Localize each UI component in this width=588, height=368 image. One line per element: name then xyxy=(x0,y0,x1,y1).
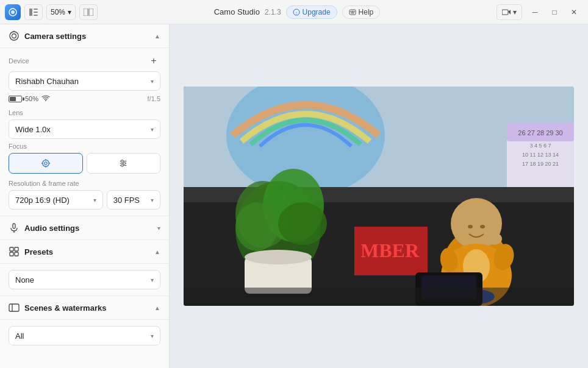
camera-feed: 26 27 28 29 30 3 4 5 6 7 10 11 12 13 14 … xyxy=(184,87,574,306)
svg-rect-72 xyxy=(184,288,574,306)
minimize-button[interactable]: ─ xyxy=(526,4,544,20)
zoom-value: 50% xyxy=(51,8,65,16)
camera-settings-chevron: ▲ xyxy=(154,33,160,40)
camera-preview-area: 26 27 28 29 30 3 4 5 6 7 10 11 12 13 14 … xyxy=(170,24,588,368)
presets-value: None xyxy=(15,275,34,285)
keyboard-icon xyxy=(349,9,356,16)
restore-button[interactable]: □ xyxy=(545,4,564,20)
upgrade-label: Upgrade xyxy=(303,8,331,16)
svg-text:10 11 12 13 14: 10 11 12 13 14 xyxy=(522,152,559,158)
svg-rect-38 xyxy=(9,304,19,311)
presets-dropdown[interactable]: None ▾ xyxy=(9,270,160,289)
lens-dropdown-arrow: ▾ xyxy=(151,126,154,133)
device-row: Device + xyxy=(9,54,160,68)
camera-settings-header[interactable]: Camera settings ▲ xyxy=(0,24,169,48)
help-label: Help xyxy=(359,8,374,16)
audio-settings-icon xyxy=(9,222,20,233)
window-controls: ─ □ ✕ xyxy=(526,4,583,20)
svg-rect-34 xyxy=(10,247,13,251)
lens-dropdown[interactable]: Wide 1.0x ▾ xyxy=(9,119,160,139)
scenes-header[interactable]: Scenes & watermarks ▲ xyxy=(0,296,169,320)
camera-preview: 26 27 28 29 30 3 4 5 6 7 10 11 12 13 14 … xyxy=(184,87,574,306)
camera-settings-title: Camera settings xyxy=(24,32,154,41)
device-label: Device xyxy=(9,57,29,65)
svg-rect-4 xyxy=(34,12,38,13)
zoom-control[interactable]: 50% ▾ xyxy=(46,4,76,20)
svg-point-17 xyxy=(10,32,18,40)
camera-source-button[interactable]: ▾ xyxy=(497,4,522,20)
titlebar: 50% ▾ Camo Studio 2.1.3 ↑ Upgrade xyxy=(0,0,588,24)
svg-point-68 xyxy=(487,233,502,245)
svg-point-53 xyxy=(235,202,278,251)
resolution-value: 720p 16:9 (HD) xyxy=(15,196,70,205)
scenes-body: All ▾ xyxy=(0,320,169,352)
layout-toggle-button[interactable] xyxy=(79,4,98,20)
focus-auto-button[interactable] xyxy=(9,153,83,174)
fps-dropdown[interactable]: 30 FPS ▾ xyxy=(107,190,160,210)
svg-point-30 xyxy=(123,162,126,165)
svg-rect-35 xyxy=(15,247,18,251)
svg-rect-3 xyxy=(34,9,38,10)
presets-title: Presets xyxy=(24,247,154,257)
presets-dropdown-arrow: ▾ xyxy=(151,277,154,283)
svg-rect-15 xyxy=(502,10,508,15)
battery-wifi-status: 50% xyxy=(9,94,50,103)
upgrade-button[interactable]: ↑ Upgrade xyxy=(286,5,337,19)
svg-rect-13 xyxy=(353,11,354,12)
focus-label: Focus xyxy=(9,143,160,150)
audio-settings-title: Audio settings xyxy=(24,224,157,233)
scenes-icon xyxy=(9,302,20,313)
camera-settings-icon xyxy=(9,30,20,41)
svg-rect-14 xyxy=(351,12,354,13)
svg-rect-11 xyxy=(350,11,351,12)
svg-point-20 xyxy=(42,160,49,167)
focus-controls xyxy=(9,153,160,174)
app-title: Camo Studio xyxy=(214,7,260,16)
audio-settings-header[interactable]: Audio settings ▾ xyxy=(0,216,169,240)
presets-header[interactable]: Presets ▲ xyxy=(0,240,169,264)
help-button[interactable]: Help xyxy=(342,5,381,19)
scenes-value: All xyxy=(15,331,24,341)
svg-point-54 xyxy=(278,202,327,245)
device-value: Rishabh Chauhan xyxy=(15,77,79,86)
svg-rect-7 xyxy=(89,9,93,16)
main-area: Camera settings ▲ Device + Rishabh Chauh… xyxy=(0,24,588,368)
battery-percentage: 50% xyxy=(25,95,38,102)
status-row: 50% f/1.5 xyxy=(9,94,160,103)
svg-text:↑: ↑ xyxy=(295,10,298,15)
app-version: 2.1.3 xyxy=(265,8,281,16)
svg-text:17 18 19 20 21: 17 18 19 20 21 xyxy=(522,161,559,167)
svg-point-63 xyxy=(480,225,485,228)
svg-rect-5 xyxy=(34,15,38,16)
svg-rect-12 xyxy=(352,11,353,12)
presets-icon xyxy=(9,246,20,257)
svg-point-21 xyxy=(45,162,47,165)
fps-dropdown-arrow: ▾ xyxy=(151,197,154,203)
scenes-chevron: ▲ xyxy=(154,305,160,311)
scenes-dropdown[interactable]: All ▾ xyxy=(9,326,160,345)
sidebar-toggle-button[interactable] xyxy=(24,4,43,20)
camera-icon xyxy=(502,9,511,15)
wifi-icon xyxy=(41,94,50,103)
scenes-title: Scenes & watermarks xyxy=(24,303,154,313)
sidebar: Camera settings ▲ Device + Rishabh Chauh… xyxy=(0,24,170,368)
audio-settings-chevron: ▾ xyxy=(157,225,160,232)
svg-rect-2 xyxy=(29,9,32,16)
camera-chevron: ▾ xyxy=(513,8,517,16)
focus-manual-button[interactable] xyxy=(87,153,161,174)
close-button[interactable]: ✕ xyxy=(565,4,583,20)
aperture-value: f/1.5 xyxy=(148,95,160,102)
add-device-button[interactable]: + xyxy=(147,54,160,68)
svg-rect-37 xyxy=(15,252,18,256)
lens-label: Lens xyxy=(9,109,160,116)
svg-point-62 xyxy=(468,225,473,228)
camera-overlay: 26 27 28 29 30 3 4 5 6 7 10 11 12 13 14 … xyxy=(184,87,574,306)
device-dropdown[interactable]: Rishabh Chauhan ▾ xyxy=(9,71,160,91)
presets-body: None ▾ xyxy=(0,264,169,296)
upgrade-icon: ↑ xyxy=(293,9,300,16)
resolution-label: Resolution & frame rate xyxy=(9,180,160,187)
battery-icon xyxy=(9,96,22,102)
svg-text:26 27 28 29 30: 26 27 28 29 30 xyxy=(518,129,562,136)
resolution-row: 720p 16:9 (HD) ▾ 30 FPS ▾ xyxy=(9,190,160,210)
resolution-dropdown[interactable]: 720p 16:9 (HD) ▾ xyxy=(9,190,103,210)
